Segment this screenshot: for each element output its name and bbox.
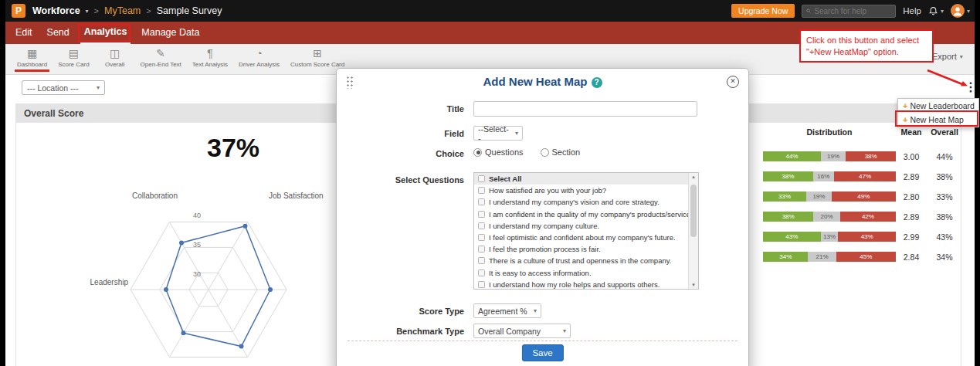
- nav-tab-send[interactable]: Send: [43, 22, 73, 44]
- app-logo-icon[interactable]: P: [12, 4, 25, 18]
- export-dropdown[interactable]: Export ▾: [932, 52, 963, 61]
- modal-title: Add New Heat Map?: [337, 69, 748, 95]
- score-type-select[interactable]: Agreement % ▾: [473, 303, 541, 318]
- menu-item-new-heat-map[interactable]: +New Heat Map: [898, 113, 978, 127]
- toolbar-item-text-analysis[interactable]: ¶Text Analysis: [190, 46, 230, 72]
- question-label: I feel optimistic and confident about my…: [489, 233, 676, 242]
- question-row[interactable]: How satisfied are you with your job?: [474, 185, 698, 196]
- table-row: 34%21%45%2.8434%: [763, 252, 962, 262]
- checkbox[interactable]: [478, 198, 485, 205]
- question-row[interactable]: I feel the promotion process is fair.: [474, 243, 698, 255]
- nav-tab-analytics[interactable]: Analytics: [80, 22, 131, 44]
- menu-item-new-leaderboard[interactable]: +New Leaderboard: [898, 99, 978, 113]
- table-row: 43%13%43%2.9943%: [763, 232, 962, 242]
- drag-handle[interactable]: [346, 76, 354, 89]
- app-window: P Workforce ▾ > MyTeam > Sample Survey U…: [5, 0, 975, 366]
- question-label: I feel the promotion process is fair.: [489, 245, 601, 253]
- toolbar-item-label: Score Card: [58, 61, 89, 68]
- radio-questions-label[interactable]: Questions: [485, 147, 524, 157]
- segment-red: 43%: [838, 232, 896, 242]
- toolbar-item-driver-analysis[interactable]: ◔Driver Analysis: [236, 46, 282, 72]
- header-overall: Overall: [927, 127, 962, 137]
- question-row[interactable]: I am confident in the quality of my comp…: [474, 208, 698, 220]
- scroll-down-icon[interactable]: ▾: [689, 282, 698, 288]
- question-row[interactable]: There is a culture of trust and openness…: [474, 255, 698, 266]
- checkbox[interactable]: [478, 281, 485, 288]
- checkbox[interactable]: [478, 222, 485, 229]
- questions-listbox: Select AllHow satisfied are you with you…: [473, 172, 699, 290]
- account-menu[interactable]: ▾: [951, 4, 970, 18]
- checkbox[interactable]: [478, 187, 485, 194]
- checkbox[interactable]: [478, 246, 485, 252]
- close-icon[interactable]: ✕: [727, 76, 739, 88]
- benchmark-type-select[interactable]: Overall Company ▾: [473, 324, 571, 338]
- scrollbar[interactable]: ▴ ▾: [688, 173, 698, 289]
- add-heatmap-modal: Add New Heat Map? ✕ Title Field --Select…: [336, 68, 749, 366]
- location-filter-select[interactable]: --- Location --- ▾: [22, 80, 105, 95]
- toolbar-item-score-card[interactable]: ▤Score Card: [56, 46, 91, 72]
- question-row[interactable]: It is easy to access information.: [474, 267, 698, 279]
- checkbox[interactable]: [478, 211, 485, 218]
- distribution-table-header: Distribution Mean Overall: [763, 127, 962, 137]
- chevron-down-icon: ▾: [563, 327, 566, 334]
- question-label: I understand my company culture.: [489, 222, 599, 230]
- help-icon[interactable]: ?: [592, 77, 602, 88]
- checkbox[interactable]: [478, 175, 485, 182]
- radar-axis-job-satisfaction: Job Satisfaction: [269, 191, 324, 200]
- scroll-up-icon[interactable]: ▴: [689, 174, 698, 180]
- chevron-down-icon[interactable]: ▾: [86, 8, 89, 15]
- menu-item-label: New Heat Map: [910, 115, 963, 124]
- table-row: 33%19%49%2.8033%: [763, 191, 962, 202]
- question-row[interactable]: I understand my company's vision and cor…: [474, 196, 698, 208]
- location-filter-value: --- Location ---: [27, 83, 79, 93]
- nav-tab-edit[interactable]: Edit: [12, 22, 36, 44]
- select-all-row[interactable]: Select All: [474, 173, 698, 185]
- score-type-value: Agreement %: [478, 307, 527, 316]
- upgrade-now-button[interactable]: Upgrade Now: [731, 4, 795, 18]
- segment-green: 38%: [763, 171, 813, 181]
- radio-questions[interactable]: [473, 148, 482, 157]
- chevron-down-icon: ▾: [515, 130, 518, 137]
- question-label: I understand my company's vision and cor…: [489, 198, 660, 206]
- question-row[interactable]: I feel optimistic and confident about my…: [474, 232, 698, 243]
- radio-section[interactable]: [541, 148, 549, 157]
- table-row: 44%19%38%3.0044%: [763, 151, 962, 161]
- save-button[interactable]: Save: [521, 344, 563, 361]
- checkbox[interactable]: [478, 257, 485, 264]
- question-row[interactable]: I understand my company culture.: [474, 220, 698, 232]
- segment-green: 44%: [763, 151, 821, 161]
- question-label: There is a culture of trust and openness…: [489, 256, 671, 265]
- breadcrumb: Workforce ▾ > MyTeam > Sample Survey: [32, 5, 222, 16]
- toolbar-item-label: Custom Score Card: [290, 61, 344, 68]
- toolbar-item-overall[interactable]: ◫Overall: [98, 46, 132, 72]
- choice-label: Choice: [341, 149, 464, 158]
- checkbox[interactable]: [478, 234, 485, 241]
- header-mean: Mean: [896, 127, 927, 137]
- radio-section-label[interactable]: Section: [552, 147, 581, 157]
- checkbox[interactable]: [478, 269, 485, 276]
- nav-tab-manage-data[interactable]: Manage Data: [137, 22, 203, 44]
- distribution-bar: 34%21%45%: [763, 252, 896, 262]
- segment-red: 49%: [832, 191, 896, 202]
- help-search-box[interactable]: [802, 5, 896, 18]
- distribution-bar: 44%19%38%: [763, 151, 896, 161]
- plus-icon: +: [903, 115, 907, 124]
- field-select[interactable]: --Select-- ▾: [473, 126, 523, 141]
- title-input[interactable]: [473, 101, 697, 117]
- score-type-label: Score Type: [341, 307, 464, 316]
- overall-value: 38%: [927, 172, 962, 181]
- notifications-button[interactable]: ▾: [928, 6, 944, 16]
- segment-gray: 21%: [808, 252, 836, 262]
- mean-value: 2.99: [896, 232, 927, 242]
- scrollbar-thumb[interactable]: [690, 185, 697, 237]
- question-row[interactable]: I understand how my role helps and suppo…: [474, 279, 698, 290]
- segment-green: 33%: [763, 191, 806, 202]
- text-analysis-icon: ¶: [192, 47, 228, 60]
- toolbar-item-open-end-text[interactable]: ✎Open-End Text: [138, 46, 184, 72]
- breadcrumb-workforce[interactable]: Workforce: [32, 5, 80, 16]
- toolbar-item-dashboard[interactable]: ▦Dashboard: [15, 46, 49, 72]
- breadcrumb-myteam[interactable]: MyTeam: [104, 5, 141, 16]
- help-link[interactable]: Help: [903, 6, 921, 15]
- help-search-input[interactable]: [814, 7, 891, 15]
- overall-icon: ◫: [100, 47, 130, 60]
